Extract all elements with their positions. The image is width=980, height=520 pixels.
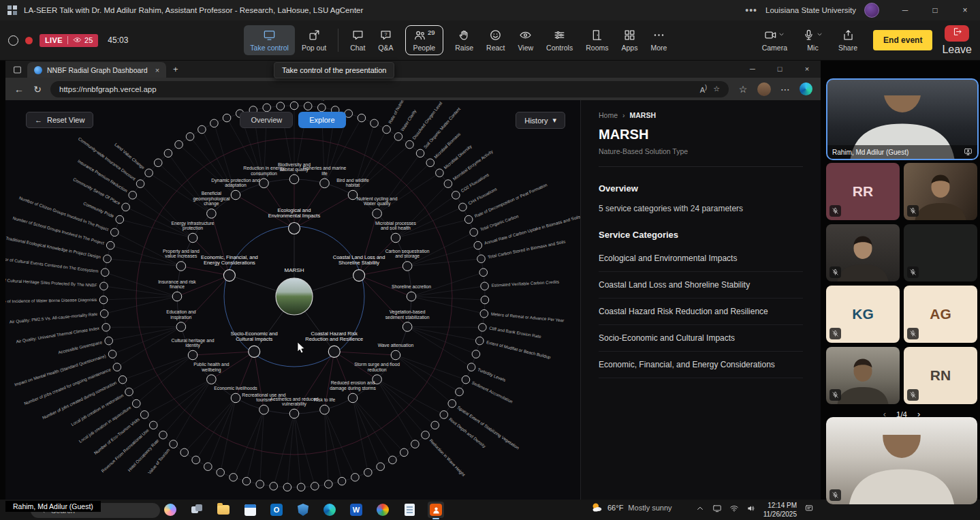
parameter-node[interactable] <box>391 233 400 243</box>
category-node[interactable] <box>249 346 260 357</box>
share-button[interactable]: Share <box>832 25 864 55</box>
category-node[interactable] <box>223 270 235 281</box>
metric-node[interactable] <box>426 159 434 167</box>
parameter-node[interactable] <box>348 393 358 403</box>
taskbar-file-explorer-icon[interactable] <box>215 502 232 518</box>
controls-button[interactable]: Controls <box>540 25 579 55</box>
service-category-item[interactable]: Coastal Land Loss and Shoreline Stabilit… <box>599 272 803 299</box>
taskbar-chrome-icon[interactable] <box>375 502 391 518</box>
metric-node[interactable] <box>318 104 326 112</box>
metric-node[interactable] <box>283 483 291 491</box>
metric-node[interactable] <box>459 203 467 211</box>
parameter-node[interactable] <box>188 233 197 243</box>
metric-node[interactable] <box>122 203 130 211</box>
edge-copilot-icon[interactable] <box>800 82 812 95</box>
metric-node[interactable] <box>290 102 298 110</box>
metric-node[interactable] <box>270 483 278 491</box>
taskbar-clock[interactable]: 12:14 PM 11/26/2025 <box>763 501 797 519</box>
metric-node[interactable] <box>324 480 332 489</box>
metric-node[interactable] <box>389 456 397 464</box>
metric-node[interactable] <box>338 477 346 485</box>
participant-tile-large[interactable] <box>826 417 977 504</box>
metric-node[interactable] <box>464 215 473 224</box>
metric-node[interactable] <box>351 474 360 482</box>
taskbar-security-shield-icon[interactable] <box>295 502 311 518</box>
parameter-node[interactable] <box>231 190 240 200</box>
parameter-node[interactable] <box>231 393 240 403</box>
parameter-node[interactable] <box>348 190 358 200</box>
metric-node[interactable] <box>136 180 144 188</box>
metric-node[interactable] <box>154 159 162 167</box>
taskbar-task-view-icon[interactable] <box>189 502 205 518</box>
metric-node[interactable] <box>481 282 489 290</box>
camera-chevron-down-icon[interactable] <box>778 29 785 41</box>
metric-node[interactable] <box>311 483 319 491</box>
parameter-node[interactable] <box>402 322 412 332</box>
parameter-node[interactable] <box>188 350 197 360</box>
metric-node[interactable] <box>164 149 172 157</box>
participant-tile[interactable] <box>904 163 977 220</box>
history-button[interactable]: History ▾ <box>516 112 565 129</box>
url-text[interactable]: https://nnbfgraph.vercel.app <box>59 85 694 93</box>
parameter-node[interactable] <box>391 350 400 360</box>
main-speaker-tile[interactable]: Rahim, Md Adilur (Guest) <box>826 78 979 160</box>
browser-more-icon[interactable]: ⋯ <box>780 84 791 95</box>
category-node[interactable] <box>353 270 365 281</box>
browser-minimize-button[interactable]: ─ <box>739 60 766 78</box>
participant-tile[interactable] <box>826 347 900 404</box>
overview-tab[interactable]: Overview <box>240 112 293 128</box>
metric-node[interactable] <box>364 468 373 476</box>
browser-tab[interactable]: NNBF Radial Graph Dashboard × <box>27 62 166 78</box>
end-event-button[interactable]: End event <box>873 30 932 50</box>
metric-node[interactable] <box>104 255 112 263</box>
view-button[interactable]: View <box>512 25 540 55</box>
parameter-node[interactable] <box>402 262 412 271</box>
center-node[interactable] <box>276 278 313 315</box>
metric-node[interactable] <box>125 388 133 396</box>
metric-node[interactable] <box>431 421 439 429</box>
address-bar[interactable]: https://nnbfgraph.vercel.app A) ☆ <box>50 81 729 97</box>
parameter-node[interactable] <box>320 405 330 414</box>
chat-button[interactable]: Chat <box>344 25 371 55</box>
metric-node[interactable] <box>472 350 480 358</box>
taskbar-edge-icon[interactable] <box>321 502 338 518</box>
metric-node[interactable] <box>444 180 452 188</box>
metric-node[interactable] <box>297 483 305 491</box>
service-category-item[interactable]: Socio-Economic and Cultural Impacts <box>599 325 803 352</box>
parameter-node[interactable] <box>373 209 382 219</box>
metric-node[interactable] <box>100 309 108 318</box>
metric-node[interactable] <box>204 463 212 471</box>
people-button[interactable]: 29People <box>405 25 444 55</box>
parameter-node[interactable] <box>207 375 217 384</box>
metric-node[interactable] <box>102 323 110 331</box>
parameter-node[interactable] <box>176 262 186 271</box>
profile-avatar[interactable] <box>757 82 771 96</box>
metric-node[interactable] <box>448 399 456 408</box>
more-button[interactable]: More <box>644 25 673 55</box>
metric-node[interactable] <box>462 376 470 384</box>
category-node[interactable] <box>289 223 300 234</box>
parameter-node[interactable] <box>176 322 186 332</box>
mic-chevron-down-icon[interactable] <box>816 29 823 41</box>
metric-node[interactable] <box>217 468 225 476</box>
metric-node[interactable] <box>118 376 127 384</box>
apps-button[interactable]: Apps <box>615 25 644 55</box>
metric-node[interactable] <box>276 102 285 110</box>
metric-node[interactable] <box>175 140 183 149</box>
tray-display-icon[interactable] <box>712 504 722 516</box>
participant-tile[interactable]: KG <box>826 286 900 343</box>
metric-node[interactable] <box>105 337 113 345</box>
favorites-icon[interactable]: ☆ <box>738 84 748 95</box>
service-category-item[interactable]: Coastal Hazard Risk Reduction and Resili… <box>599 299 803 325</box>
metric-node[interactable] <box>477 255 486 263</box>
participant-tile[interactable]: RN <box>904 347 977 404</box>
taskbar-calendar-icon[interactable] <box>242 502 258 518</box>
metric-node[interactable] <box>474 241 482 249</box>
taskbar-copilot-icon[interactable] <box>162 502 178 518</box>
parameter-node[interactable] <box>259 179 269 188</box>
new-tab-button[interactable]: + <box>173 64 178 74</box>
metric-node[interactable] <box>180 448 189 457</box>
window-maximize-button[interactable]: □ <box>920 0 950 20</box>
participant-tile[interactable] <box>826 224 900 281</box>
taskbar-notepad-icon[interactable] <box>401 502 417 518</box>
